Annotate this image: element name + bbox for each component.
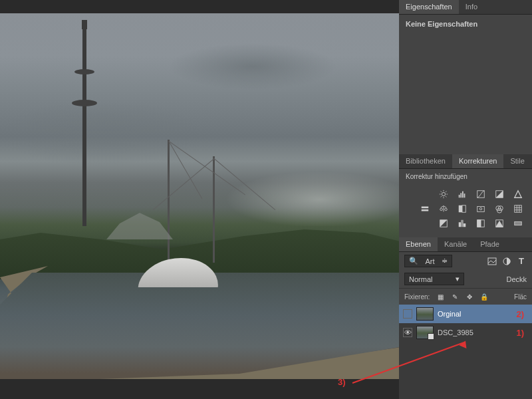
svg-rect-29 (515, 205, 522, 213)
svg-rect-22 (459, 205, 462, 213)
layer-row[interactable]: 👁 DSC_3985 1) (399, 323, 532, 342)
properties-panel-body: Keine Eigenschaften (399, 15, 532, 154)
properties-empty-text: Keine Eigenschaften (406, 20, 525, 28)
invert-icon[interactable] (438, 218, 450, 229)
gradient-map-icon[interactable] (512, 218, 524, 229)
svg-rect-23 (462, 205, 466, 213)
svg-point-21 (445, 208, 448, 211)
tab-properties[interactable]: Eigenschaften (399, 0, 459, 14)
selective-color-icon[interactable] (493, 218, 505, 229)
exposure-icon[interactable] (493, 189, 505, 200)
tab-adjustments[interactable]: Korrekturen (452, 154, 503, 168)
adjustments-tabs: Bibliotheken Korrekturen Stile (399, 154, 532, 169)
annotation-3: 3) (338, 377, 346, 387)
svg-rect-9 (459, 195, 460, 198)
adjustments-label: Korrektur hinzufügen (399, 169, 532, 184)
canvas-area[interactable] (0, 13, 399, 366)
tab-paths[interactable]: Pfade (473, 237, 506, 251)
layers-tabs: Ebenen Kanäle Pfade (399, 237, 532, 252)
levels-icon[interactable] (456, 189, 468, 200)
opacity-label: Deckk (506, 275, 527, 283)
svg-rect-10 (460, 193, 462, 198)
svg-rect-38 (464, 223, 466, 227)
tab-styles[interactable]: Stile (503, 154, 531, 168)
threshold-icon[interactable] (475, 218, 487, 229)
svg-rect-37 (461, 220, 464, 227)
svg-line-8 (446, 192, 446, 192)
tower-disc (72, 100, 97, 106)
svg-rect-18 (422, 209, 429, 211)
lock-move-icon[interactable]: ✥ (464, 291, 475, 302)
layer-thumbnail[interactable] (416, 326, 434, 339)
properties-tabs: Eigenschaften Info (399, 0, 532, 15)
visibility-toggle[interactable] (403, 309, 412, 319)
layer-name: Orginal (438, 310, 461, 318)
adjustments-grid (399, 184, 532, 237)
svg-rect-40 (477, 220, 481, 227)
mast (168, 140, 170, 259)
svg-point-20 (440, 208, 443, 211)
layer-filter-dropdown[interactable]: 🔍Art≑ (404, 255, 452, 267)
lock-label: Fixieren: (404, 293, 430, 301)
blend-mode-dropdown[interactable]: Normal▾ (404, 273, 464, 285)
svg-rect-43 (515, 221, 522, 225)
tab-libraries[interactable]: Bibliotheken (399, 154, 452, 168)
hue-icon[interactable] (419, 203, 431, 214)
right-panel-stack: Eigenschaften Info Keine Eigenschaften B… (399, 0, 532, 399)
vibrance-icon[interactable] (512, 189, 524, 200)
posterize-icon[interactable] (456, 218, 468, 229)
lock-pixels-icon[interactable]: ▦ (435, 291, 446, 302)
svg-marker-35 (440, 220, 448, 227)
channel-mixer-icon[interactable] (493, 203, 505, 214)
balance-icon[interactable] (438, 203, 450, 214)
bw-icon[interactable] (456, 203, 468, 214)
tab-info[interactable]: Info (459, 0, 484, 14)
annotation-1: 1) (516, 328, 524, 338)
svg-line-7 (441, 196, 442, 197)
photo-filter-icon[interactable] (475, 203, 487, 214)
svg-point-0 (442, 192, 445, 196)
layer-name: DSC_3985 (438, 329, 473, 336)
svg-rect-36 (459, 222, 462, 227)
layers-list: Orginal 2) 👁 DSC_3985 1) (399, 305, 532, 342)
curves-icon[interactable] (475, 189, 487, 200)
tower-top (82, 20, 87, 29)
svg-marker-15 (496, 191, 503, 198)
svg-rect-12 (464, 194, 466, 198)
layer-row[interactable]: Orginal 2) (399, 305, 532, 323)
svg-rect-17 (422, 207, 429, 209)
svg-marker-16 (515, 191, 522, 198)
brightness-icon[interactable] (438, 189, 450, 200)
layer-filter-label: Art (425, 257, 434, 265)
fill-label: Fläc (514, 293, 527, 301)
document-image (0, 13, 399, 366)
lock-all-icon[interactable]: 🔒 (479, 291, 489, 302)
tower-disc (74, 69, 94, 74)
filter-type-icon[interactable]: T (516, 256, 527, 267)
blend-mode-value: Normal (409, 275, 432, 283)
svg-line-6 (446, 196, 446, 197)
tab-layers[interactable]: Ebenen (399, 237, 438, 251)
svg-marker-42 (496, 221, 503, 227)
annotation-2: 2) (516, 309, 524, 319)
lock-paint-icon[interactable]: ✎ (450, 291, 460, 302)
layers-panel-body: 🔍Art≑ T Normal▾ Deckk Fixieren: ▦ ✎ ✥ 🔒 … (399, 252, 532, 342)
svg-rect-11 (462, 192, 464, 198)
visibility-toggle[interactable]: 👁 (403, 328, 412, 337)
layer-thumbnail[interactable] (416, 307, 434, 321)
tower (82, 27, 86, 226)
svg-line-5 (441, 192, 442, 192)
color-lookup-icon[interactable] (512, 203, 524, 214)
filter-image-icon[interactable] (487, 256, 497, 267)
filter-adjust-icon[interactable] (501, 256, 512, 267)
tab-channels[interactable]: Kanäle (438, 237, 473, 251)
eye-icon: 👁 (404, 329, 412, 336)
svg-point-25 (479, 207, 482, 210)
svg-rect-24 (477, 207, 485, 212)
